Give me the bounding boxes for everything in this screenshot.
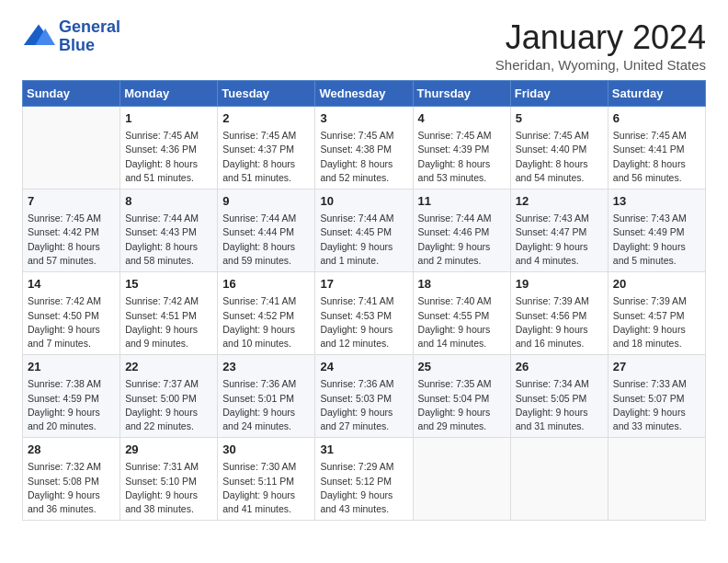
calendar-day-cell: 31Sunrise: 7:29 AMSunset: 5:12 PMDayligh… <box>315 438 413 521</box>
day-info: Sunrise: 7:45 AMSunset: 4:42 PMDaylight:… <box>28 212 115 268</box>
calendar-day-cell: 23Sunrise: 7:36 AMSunset: 5:01 PMDayligh… <box>218 355 315 438</box>
day-number: 22 <box>125 359 212 375</box>
calendar-day-cell <box>23 107 120 190</box>
day-info: Sunrise: 7:41 AMSunset: 4:53 PMDaylight:… <box>320 294 407 350</box>
calendar-day-cell: 8Sunrise: 7:44 AMSunset: 4:43 PMDaylight… <box>120 190 218 272</box>
day-number: 21 <box>28 359 115 375</box>
logo-icon <box>22 20 55 53</box>
day-number: 3 <box>320 110 407 127</box>
calendar-day-cell: 13Sunrise: 7:43 AMSunset: 4:49 PMDayligh… <box>608 190 705 272</box>
day-info: Sunrise: 7:45 AMSunset: 4:40 PMDaylight:… <box>516 129 603 185</box>
calendar-day-cell: 27Sunrise: 7:33 AMSunset: 5:07 PMDayligh… <box>608 355 705 438</box>
day-number: 25 <box>418 359 506 375</box>
day-info: Sunrise: 7:41 AMSunset: 4:52 PMDaylight:… <box>222 294 310 350</box>
calendar-day-cell: 28Sunrise: 7:32 AMSunset: 5:08 PMDayligh… <box>23 438 120 521</box>
calendar-day-cell: 25Sunrise: 7:35 AMSunset: 5:04 PMDayligh… <box>413 355 510 438</box>
title-block: January 2024 Sheridan, Wyoming, United S… <box>495 18 706 73</box>
calendar-day-cell: 29Sunrise: 7:31 AMSunset: 5:10 PMDayligh… <box>120 438 218 521</box>
calendar-day-cell: 3Sunrise: 7:45 AMSunset: 4:38 PMDaylight… <box>315 107 413 190</box>
day-info: Sunrise: 7:34 AMSunset: 5:05 PMDaylight:… <box>516 377 603 433</box>
calendar-header-row: SundayMondayTuesdayWednesdayThursdayFrid… <box>23 81 706 107</box>
calendar-day-cell: 1Sunrise: 7:45 AMSunset: 4:36 PMDaylight… <box>120 107 218 190</box>
calendar-day-cell: 26Sunrise: 7:34 AMSunset: 5:05 PMDayligh… <box>510 355 608 438</box>
calendar-week-row: 7Sunrise: 7:45 AMSunset: 4:42 PMDaylight… <box>23 190 706 272</box>
day-number: 30 <box>222 442 310 458</box>
day-number: 31 <box>320 442 407 458</box>
calendar-day-cell: 20Sunrise: 7:39 AMSunset: 4:57 PMDayligh… <box>608 272 705 355</box>
calendar-day-cell: 15Sunrise: 7:42 AMSunset: 4:51 PMDayligh… <box>120 272 218 355</box>
calendar-day-cell: 11Sunrise: 7:44 AMSunset: 4:46 PMDayligh… <box>413 190 510 272</box>
day-number: 16 <box>222 276 310 293</box>
month-title: January 2024 <box>495 18 706 57</box>
calendar-week-row: 1Sunrise: 7:45 AMSunset: 4:36 PMDaylight… <box>23 107 706 190</box>
logo-text: General Blue <box>59 18 120 55</box>
day-number: 23 <box>222 359 310 375</box>
day-info: Sunrise: 7:45 AMSunset: 4:39 PMDaylight:… <box>418 129 506 185</box>
day-number: 10 <box>320 193 407 210</box>
day-info: Sunrise: 7:42 AMSunset: 4:51 PMDaylight:… <box>125 294 212 350</box>
day-info: Sunrise: 7:42 AMSunset: 4:50 PMDaylight:… <box>28 294 115 350</box>
day-number: 9 <box>222 193 310 210</box>
day-info: Sunrise: 7:44 AMSunset: 4:43 PMDaylight:… <box>125 212 212 268</box>
day-number: 24 <box>320 359 407 375</box>
day-number: 7 <box>28 193 115 210</box>
location-subtitle: Sheridan, Wyoming, United States <box>495 57 706 73</box>
day-info: Sunrise: 7:38 AMSunset: 4:59 PMDaylight:… <box>28 377 115 433</box>
day-number: 5 <box>516 110 603 127</box>
calendar-day-cell: 18Sunrise: 7:40 AMSunset: 4:55 PMDayligh… <box>413 272 510 355</box>
day-info: Sunrise: 7:31 AMSunset: 5:10 PMDaylight:… <box>125 460 212 516</box>
day-number: 27 <box>613 359 700 375</box>
day-info: Sunrise: 7:35 AMSunset: 5:04 PMDaylight:… <box>418 377 506 433</box>
day-info: Sunrise: 7:44 AMSunset: 4:44 PMDaylight:… <box>222 212 310 268</box>
day-header-saturday: Saturday <box>608 81 705 107</box>
day-info: Sunrise: 7:32 AMSunset: 5:08 PMDaylight:… <box>28 460 115 516</box>
calendar-day-cell: 10Sunrise: 7:44 AMSunset: 4:45 PMDayligh… <box>315 190 413 272</box>
calendar-day-cell: 9Sunrise: 7:44 AMSunset: 4:44 PMDaylight… <box>218 190 315 272</box>
calendar-day-cell: 5Sunrise: 7:45 AMSunset: 4:40 PMDaylight… <box>510 107 608 190</box>
calendar-day-cell: 14Sunrise: 7:42 AMSunset: 4:50 PMDayligh… <box>23 272 120 355</box>
day-info: Sunrise: 7:44 AMSunset: 4:45 PMDaylight:… <box>320 212 407 268</box>
day-header-tuesday: Tuesday <box>218 81 315 107</box>
day-number: 28 <box>28 442 115 458</box>
day-info: Sunrise: 7:45 AMSunset: 4:38 PMDaylight:… <box>320 129 407 185</box>
day-number: 2 <box>222 110 310 127</box>
day-info: Sunrise: 7:36 AMSunset: 5:01 PMDaylight:… <box>222 377 310 433</box>
day-info: Sunrise: 7:29 AMSunset: 5:12 PMDaylight:… <box>320 460 407 516</box>
calendar-day-cell: 22Sunrise: 7:37 AMSunset: 5:00 PMDayligh… <box>120 355 218 438</box>
day-info: Sunrise: 7:44 AMSunset: 4:46 PMDaylight:… <box>418 212 506 268</box>
calendar-day-cell <box>413 438 510 521</box>
day-number: 13 <box>613 193 700 210</box>
day-number: 17 <box>320 276 407 293</box>
calendar-day-cell: 30Sunrise: 7:30 AMSunset: 5:11 PMDayligh… <box>218 438 315 521</box>
calendar-day-cell <box>510 438 608 521</box>
day-info: Sunrise: 7:43 AMSunset: 4:49 PMDaylight:… <box>613 212 700 268</box>
calendar-day-cell <box>608 438 705 521</box>
calendar-day-cell: 4Sunrise: 7:45 AMSunset: 4:39 PMDaylight… <box>413 107 510 190</box>
day-info: Sunrise: 7:40 AMSunset: 4:55 PMDaylight:… <box>418 294 506 350</box>
day-header-thursday: Thursday <box>413 81 510 107</box>
day-number: 18 <box>418 276 506 293</box>
calendar-day-cell: 6Sunrise: 7:45 AMSunset: 4:41 PMDaylight… <box>608 107 705 190</box>
day-number: 12 <box>516 193 603 210</box>
day-info: Sunrise: 7:45 AMSunset: 4:41 PMDaylight:… <box>613 129 700 185</box>
day-header-wednesday: Wednesday <box>315 81 413 107</box>
day-number: 15 <box>125 276 212 293</box>
day-info: Sunrise: 7:45 AMSunset: 4:36 PMDaylight:… <box>125 129 212 185</box>
day-number: 6 <box>613 110 700 127</box>
day-info: Sunrise: 7:39 AMSunset: 4:57 PMDaylight:… <box>613 294 700 350</box>
day-number: 20 <box>613 276 700 293</box>
calendar-day-cell: 19Sunrise: 7:39 AMSunset: 4:56 PMDayligh… <box>510 272 608 355</box>
day-header-monday: Monday <box>120 81 218 107</box>
calendar-day-cell: 7Sunrise: 7:45 AMSunset: 4:42 PMDaylight… <box>23 190 120 272</box>
calendar-week-row: 21Sunrise: 7:38 AMSunset: 4:59 PMDayligh… <box>23 355 706 438</box>
day-number: 19 <box>516 276 603 293</box>
calendar-day-cell: 12Sunrise: 7:43 AMSunset: 4:47 PMDayligh… <box>510 190 608 272</box>
calendar-day-cell: 21Sunrise: 7:38 AMSunset: 4:59 PMDayligh… <box>23 355 120 438</box>
calendar-day-cell: 24Sunrise: 7:36 AMSunset: 5:03 PMDayligh… <box>315 355 413 438</box>
day-number: 1 <box>125 110 212 127</box>
day-number: 4 <box>418 110 506 127</box>
day-number: 26 <box>516 359 603 375</box>
calendar-week-row: 28Sunrise: 7:32 AMSunset: 5:08 PMDayligh… <box>23 438 706 521</box>
day-info: Sunrise: 7:33 AMSunset: 5:07 PMDaylight:… <box>613 377 700 433</box>
day-header-friday: Friday <box>510 81 608 107</box>
